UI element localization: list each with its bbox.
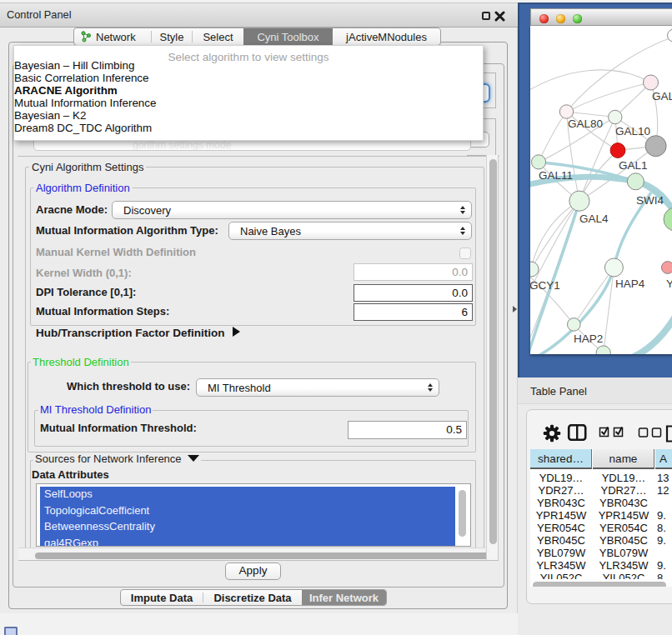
svg-text:Y: Y — [666, 278, 672, 290]
svg-text:SWI4: SWI4 — [636, 194, 664, 207]
svg-text:GAL4: GAL4 — [579, 212, 609, 225]
svg-text:GCY1: GCY1 — [530, 279, 560, 292]
svg-text:GAL11: GAL11 — [539, 169, 573, 182]
svg-text:HAP2: HAP2 — [574, 332, 603, 345]
svg-text:GAL80: GAL80 — [568, 118, 603, 130]
svg-text:GAL10: GAL10 — [615, 125, 650, 138]
svg-text:GAL1: GAL1 — [619, 159, 648, 172]
svg-text:HAP4: HAP4 — [615, 278, 645, 290]
svg-text:GAL: GAL — [652, 90, 672, 102]
